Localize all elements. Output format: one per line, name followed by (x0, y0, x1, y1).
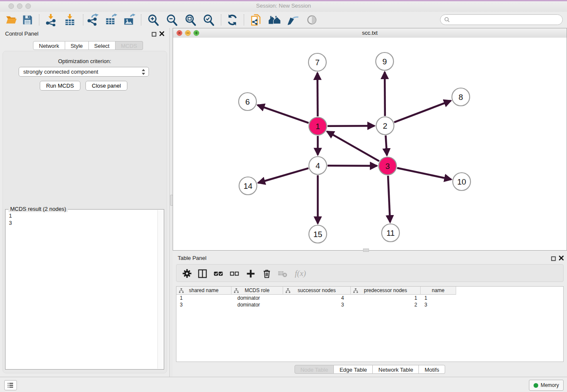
toolbar-separator (141, 14, 141, 25)
settings-icon[interactable] (181, 267, 193, 280)
edge-4-3[interactable] (328, 166, 377, 166)
tab-edge-table[interactable]: Edge Table (334, 365, 373, 374)
zoom-out-icon[interactable] (165, 13, 179, 27)
edge-1-7[interactable] (317, 73, 318, 116)
node-label-3: 3 (385, 162, 390, 171)
show-columns-icon[interactable] (196, 267, 209, 280)
node-table: shared nameMCDS rolesuccessor nodesprede… (176, 286, 564, 362)
column-header-name[interactable]: name (421, 287, 456, 295)
edge-4-14[interactable] (258, 168, 308, 183)
table-tabs: Node TableEdge TableNetwork TableMotifs (173, 365, 567, 374)
panel-split-divider[interactable] (169, 28, 173, 377)
edge-3-11[interactable] (388, 176, 390, 222)
table-row[interactable]: 1dominator411 (176, 295, 456, 301)
add-row-icon[interactable] (244, 267, 257, 280)
optimization-value: strongly connected component (23, 69, 140, 75)
column-header-label: successor nodes (297, 287, 336, 293)
tab-node-table[interactable]: Node Table (295, 365, 334, 374)
table-cell[interactable]: 1 (351, 295, 421, 301)
open-session-icon[interactable] (4, 13, 19, 27)
tab-select[interactable]: Select (89, 41, 116, 50)
edge-3-1[interactable] (327, 131, 379, 161)
search-icon (444, 17, 451, 23)
close-table-panel-icon[interactable] (559, 255, 564, 261)
hide-annotations-icon[interactable] (286, 13, 300, 27)
tab-network-table[interactable]: Network Table (373, 365, 419, 374)
horizontal-divider-grip[interactable] (363, 248, 369, 252)
table-header-row: shared nameMCDS rolesuccessor nodesprede… (176, 287, 456, 295)
network-title: scc.txt (173, 30, 567, 36)
column-header-MCDS-role[interactable]: MCDS role (231, 287, 283, 295)
table-cell[interactable]: 3 (283, 301, 351, 308)
control-panel-title: Control Panel (5, 30, 39, 37)
save-session-icon[interactable] (20, 13, 35, 27)
edge-3-10[interactable] (397, 168, 451, 179)
node-label-6: 6 (245, 97, 250, 106)
import-network-icon[interactable] (44, 13, 58, 27)
edge-2-8[interactable] (394, 101, 451, 122)
window-title: Session: New Session (0, 3, 567, 9)
export-table-icon[interactable] (104, 13, 118, 27)
window-titlebar: Session: New Session (0, 0, 567, 12)
tab-mcds[interactable]: MCDS (116, 41, 143, 50)
column-header-predecessor-nodes[interactable]: predecessor nodes (351, 287, 421, 295)
float-table-panel-icon[interactable] (551, 255, 556, 260)
float-panel-icon[interactable] (151, 31, 157, 36)
mcds-result-list[interactable]: 1 3 (9, 212, 12, 226)
run-mcds-button[interactable]: Run MCDS (40, 81, 80, 91)
tab-motifs[interactable]: Motifs (419, 365, 445, 374)
memory-button[interactable]: Memory (529, 380, 564, 391)
main-toolbar (0, 12, 567, 28)
zoom-in-icon[interactable] (146, 13, 160, 27)
table-cell[interactable]: 3 (421, 301, 456, 308)
column-header-successor-nodes[interactable]: successor nodes (283, 287, 351, 295)
column-header-shared-name[interactable]: shared name (176, 287, 231, 295)
toolbar-separator (221, 14, 221, 25)
tab-network[interactable]: Network (33, 41, 65, 50)
toolbar-separator (83, 14, 83, 25)
table-cell[interactable]: 3 (176, 301, 231, 308)
node-label-10: 10 (457, 177, 466, 186)
import-table-icon[interactable] (63, 13, 77, 27)
export-image-icon[interactable] (122, 13, 136, 27)
table-cell[interactable]: dominator (231, 301, 283, 308)
application-window: Session: New Session (0, 0, 567, 392)
task-history-button[interactable] (4, 380, 17, 390)
network-window: scc.txt 7968124314101511 (173, 28, 567, 251)
select-all-icon[interactable] (212, 267, 225, 280)
search-field[interactable] (440, 14, 563, 25)
close-panel-icon[interactable] (159, 30, 165, 36)
tab-style[interactable]: Style (65, 41, 89, 50)
result-scrollbar[interactable] (157, 210, 163, 369)
unselect-all-icon[interactable] (228, 267, 241, 280)
toolbar-separator (39, 14, 39, 25)
export-network-icon[interactable] (85, 13, 100, 27)
home-icon[interactable] (267, 13, 282, 27)
show-graphics-details-icon[interactable] (305, 13, 319, 27)
table-cell[interactable]: dominator (231, 295, 283, 301)
apply-layout-icon[interactable] (225, 13, 239, 27)
titlebar-accent (0, 0, 567, 1)
edge-1-2[interactable] (328, 126, 374, 126)
table-cell[interactable]: 4 (283, 295, 351, 301)
delete-row-icon[interactable] (260, 267, 273, 280)
node-label-7: 7 (315, 58, 320, 67)
search-input[interactable] (452, 15, 562, 24)
network-window-titlebar: scc.txt (173, 28, 567, 38)
zoom-selected-icon[interactable] (201, 13, 216, 27)
table-toolbar: f(x) (176, 264, 564, 282)
zoom-fit-icon[interactable] (183, 13, 198, 27)
new-network-from-selection-icon[interactable] (249, 13, 263, 27)
edge-2-9[interactable] (385, 72, 385, 116)
table-row[interactable]: 3dominator323 (176, 301, 456, 308)
toolbar-separator (244, 14, 244, 25)
column-header-label: MCDS role (245, 287, 270, 293)
table-cell[interactable]: 2 (351, 301, 421, 308)
table-cell[interactable]: 1 (421, 295, 456, 301)
network-canvas[interactable]: 7968124314101511 (173, 38, 567, 250)
optimization-select[interactable]: strongly connected component (19, 67, 149, 77)
close-panel-button[interactable]: Close panel (85, 81, 127, 91)
edge-1-6[interactable] (258, 105, 309, 123)
edge-2-3[interactable] (385, 135, 387, 155)
table-cell[interactable]: 1 (176, 295, 231, 301)
